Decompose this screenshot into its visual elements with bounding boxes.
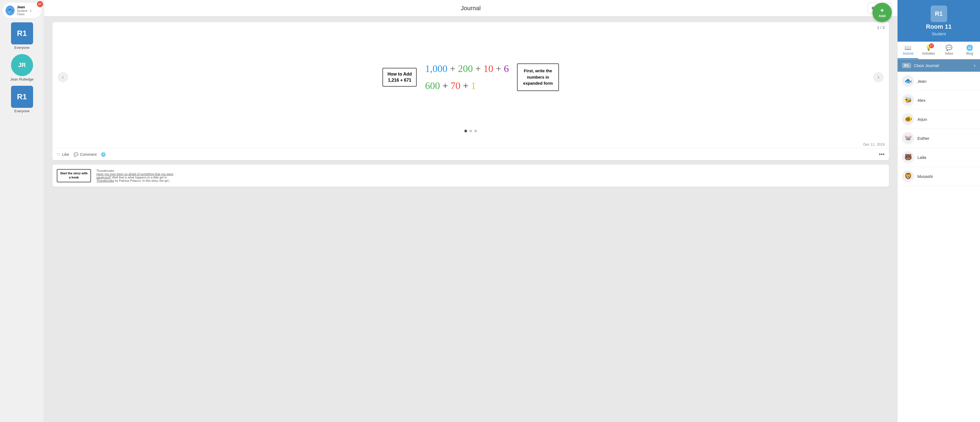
cj-arrow-icon: › — [974, 63, 975, 68]
sidebar-item-everyone-r1[interactable]: R1 Everyone — [11, 22, 33, 49]
heart-icon: ♡ — [57, 152, 60, 157]
math-display: 1,000 + 200 + 10 + 6 600 + — [425, 63, 509, 92]
main-content: Journal ≡ ⊞ + Add 1 / 3 ‹ How to Add 1,2… — [44, 0, 897, 422]
globe-button[interactable]: 🌐 — [101, 152, 106, 157]
jean-name: Jean — [917, 79, 926, 84]
more-options-button[interactable]: ••• — [879, 151, 885, 158]
r1-avatar-square: R1 — [11, 22, 33, 45]
like-label: Like — [62, 152, 69, 157]
tab-journal[interactable]: 📖 Journal — [897, 41, 918, 59]
post-content-1: 1 / 3 ‹ How to Add 1,216 + 671 1,000 + — [52, 22, 889, 141]
post-card-2-preview: Start the story witha hook Thundercake H… — [52, 165, 889, 187]
inbox-tab-label: Inbox — [945, 52, 953, 56]
activities-badge: 27 — [929, 43, 934, 48]
esther-name: Esther — [917, 136, 929, 141]
add-label: Add — [878, 14, 885, 18]
right-tabs: 📖 Journal 💡 Activities 27 💬 Inbox 🌐 Blog — [897, 41, 980, 59]
post-card-1: 1 / 3 ‹ How to Add 1,216 + 671 1,000 + — [52, 22, 889, 160]
comment-button[interactable]: 💬 Comment — [74, 152, 97, 157]
add-plus-icon: + — [880, 7, 884, 14]
preview-text-content: Thundercake Have you ever been so afraid… — [97, 169, 179, 182]
post-date: Dec 11, 2019 — [52, 141, 889, 148]
class-journal-header[interactable]: R1 Class Journal › — [897, 59, 980, 72]
cj-badge: R1 — [902, 63, 911, 68]
preview-text-box: Start the story witha hook — [57, 169, 91, 182]
journal-tab-label: Journal — [902, 52, 913, 56]
jr-avatar-circle: JR — [11, 54, 33, 76]
slide-title-box: How to Add 1,216 + 671 — [382, 68, 417, 87]
add-button[interactable]: + Add — [872, 3, 892, 22]
user-sub: Student · 1 Class — [17, 9, 38, 16]
room-sub: Student — [932, 32, 946, 36]
globe-icon: 🌐 — [101, 152, 106, 157]
next-slide-button[interactable]: › — [873, 72, 883, 82]
arjun-avatar: 🐠 — [902, 113, 914, 125]
alex-name: Alex — [917, 98, 925, 103]
jean-avatar: 🐟 — [902, 75, 914, 87]
musashi-name: Musashi — [917, 174, 933, 179]
laila-name: Laila — [917, 155, 926, 160]
tab-inbox[interactable]: 💬 Inbox — [939, 41, 959, 59]
student-arjun[interactable]: 🐠 Arjun — [897, 110, 980, 129]
room-badge: R1 — [931, 5, 947, 22]
instruction-box: First, write the numbers in expanded for… — [517, 64, 559, 91]
student-jean[interactable]: 🐟 Jean — [897, 72, 980, 91]
math-line-1: 1,000 + 200 + 10 + 6 — [425, 63, 509, 75]
slide-counter: 1 / 3 — [877, 25, 885, 30]
jr-label: Jean Rutledge — [11, 77, 33, 81]
feed: 1 / 3 ‹ How to Add 1,216 + 671 1,000 + — [44, 16, 897, 422]
student-alex[interactable]: 🐝 Alex — [897, 91, 980, 110]
notification-badge: 27 — [37, 1, 43, 7]
activities-tab-label: Activities — [922, 52, 935, 56]
slide-area: ‹ How to Add 1,216 + 671 1,000 + 200 + — [58, 27, 883, 127]
prev-slide-button[interactable]: ‹ — [58, 72, 68, 82]
dot-1 — [465, 130, 467, 132]
r1-everyone-label: Everyone — [14, 46, 30, 49]
musashi-avatar: 🦁 — [902, 170, 914, 182]
student-musashi[interactable]: 🦁 Musashi — [897, 167, 980, 186]
user-name: Jean — [17, 5, 38, 9]
dot-2 — [469, 130, 472, 132]
class-journal-label: Class Journal — [914, 63, 939, 68]
post-preview-inner: Start the story witha hook Thundercake H… — [52, 165, 889, 187]
user-avatar: 🐟 — [5, 5, 15, 16]
slide-inner: How to Add 1,216 + 671 1,000 + 200 + 10 … — [68, 60, 873, 94]
journal-tab-icon: 📖 — [904, 45, 912, 51]
comment-label: Comment — [80, 152, 97, 157]
top-bar: Journal ≡ ⊞ + Add — [44, 0, 897, 16]
sidebar-item-everyone-r1-bottom[interactable]: R1 Everyone — [11, 86, 33, 113]
tab-activities[interactable]: 💡 Activities 27 — [918, 41, 939, 59]
dot-3 — [474, 130, 477, 132]
blog-tab-label: Blog — [966, 52, 973, 56]
blog-tab-icon: 🌐 — [966, 45, 973, 51]
like-button[interactable]: ♡ Like — [57, 152, 69, 157]
math-line-2: 600 + 70 + 1 — [425, 80, 509, 92]
tab-blog[interactable]: 🌐 Blog — [959, 41, 980, 59]
post-actions: ♡ Like 💬 Comment 🌐 ••• — [52, 148, 889, 160]
room-name: Room 11 — [926, 23, 951, 30]
r1-avatar-square-bottom: R1 — [11, 86, 33, 108]
user-header[interactable]: 🐟 Jean Student · 1 Class 27 — [3, 3, 41, 18]
left-sidebar: 🐟 Jean Student · 1 Class 27 R1 Everyone … — [0, 0, 44, 422]
page-title: Journal — [461, 5, 480, 12]
room-header: R1 Room 11 Student — [897, 0, 980, 41]
student-laila[interactable]: 🐻 Laila — [897, 148, 980, 167]
alex-avatar: 🐝 — [902, 94, 914, 106]
arjun-name: Arjun — [917, 117, 927, 122]
sidebar-item-jean-rutledge[interactable]: JR Jean Rutledge — [11, 54, 33, 81]
everyone-label-bottom: Everyone — [14, 109, 30, 113]
inbox-tab-icon: 💬 — [945, 45, 953, 51]
esther-avatar: 🐭 — [902, 132, 914, 144]
student-esther[interactable]: 🐭 Esther — [897, 129, 980, 148]
right-sidebar: R1 Room 11 Student 📖 Journal 💡 Activitie… — [897, 0, 980, 422]
student-list: 🐟 Jean 🐝 Alex 🐠 Arjun 🐭 Esther 🐻 Laila 🦁… — [897, 72, 980, 422]
comment-icon: 💬 — [74, 152, 78, 157]
dot-indicators — [58, 127, 883, 135]
laila-avatar: 🐻 — [902, 151, 914, 163]
